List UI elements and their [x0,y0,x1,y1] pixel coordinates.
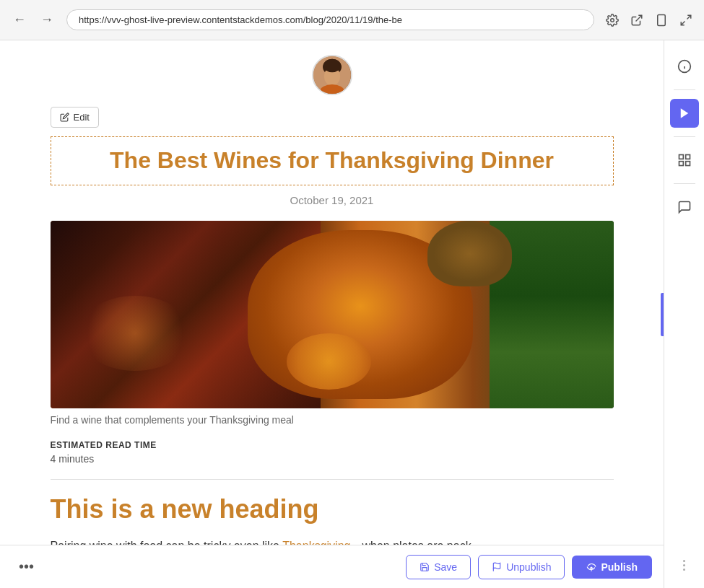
bottom-toolbar: ••• Save Unpublish [0,545,664,588]
svg-rect-18 [685,162,690,166]
nav-buttons: ← → [9,9,58,30]
external-link-icon[interactable] [627,10,646,30]
unpublish-label: Unpublish [506,561,551,573]
svg-rect-17 [685,155,690,159]
hero-image-canvas [51,221,614,408]
save-label: Save [434,561,457,573]
sidebar-divider-3 [674,183,695,184]
image-caption: Find a wine that complements your Thanks… [51,414,614,426]
back-button[interactable]: ← [9,9,30,30]
read-time-section: ESTIMATED READ TIME 4 minutes [51,440,614,480]
new-heading: This is a new heading [51,494,614,525]
dot-2 [683,564,685,566]
sidebar-divider-2 [674,136,695,137]
hero-image [51,221,614,408]
avatar [312,55,352,95]
dot-1 [683,560,685,562]
svg-rect-19 [679,162,683,166]
mobile-icon[interactable] [652,10,671,30]
comments-sidebar-button[interactable] [670,193,699,221]
svg-line-1 [636,15,642,21]
components-sidebar-button[interactable] [670,146,699,175]
forward-button[interactable]: → [36,9,58,30]
svg-marker-15 [680,108,688,118]
right-sidebar [664,40,704,588]
publish-button[interactable]: Publish [572,556,652,579]
preview-content: Edit The Best Wines for Thanksgiving Din… [22,40,643,588]
svg-line-4 [687,15,691,19]
address-bar[interactable]: https://vvv-ghost-live-preview.contentst… [66,9,594,30]
publish-label: Publish [601,561,638,573]
svg-point-9 [323,59,340,73]
svg-rect-16 [679,155,683,159]
article-date: October 19, 2021 [51,194,614,206]
svg-point-0 [611,19,614,22]
preview-sidebar-button[interactable] [670,99,699,128]
edit-label: Edit [74,112,90,123]
browser-chrome: ← → https://vvv-ghost-live-preview.conte… [0,0,704,40]
author-avatar [51,55,614,95]
scroll-accent [661,293,664,336]
read-time-value: 4 minutes [51,453,614,465]
save-button[interactable]: Save [406,555,471,579]
content-area: Edit The Best Wines for Thanksgiving Din… [0,40,704,588]
preview-wrapper: Edit The Best Wines for Thanksgiving Din… [0,40,664,588]
unpublish-button[interactable]: Unpublish [478,555,565,579]
info-sidebar-button[interactable] [670,52,699,81]
sidebar-divider-1 [674,89,695,90]
preview-area[interactable]: Edit The Best Wines for Thanksgiving Din… [0,40,664,588]
edit-button[interactable]: Edit [51,107,99,128]
svg-line-5 [681,21,685,25]
scroll-indicator [683,560,685,576]
main-layout: Edit The Best Wines for Thanksgiving Din… [0,40,704,588]
more-options-button[interactable]: ••• [12,554,41,579]
settings-icon[interactable] [603,10,622,30]
content-wrapper: Edit The Best Wines for Thanksgiving Din… [0,40,704,588]
article-title: The Best Wines for Thanksgiving Dinner [51,136,614,185]
browser-actions [603,10,695,30]
fullscreen-icon[interactable] [677,10,695,30]
dot-3 [683,569,685,571]
read-time-label: ESTIMATED READ TIME [51,440,614,450]
